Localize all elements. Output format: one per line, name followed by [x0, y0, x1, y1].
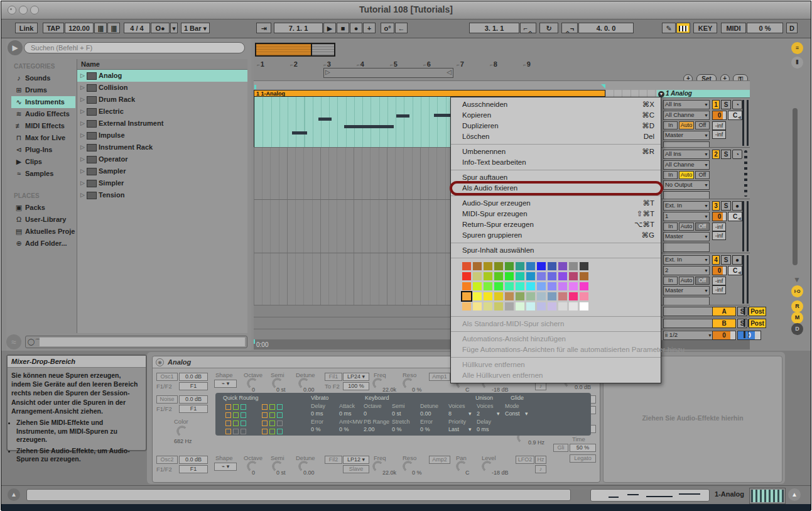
- output-type-select[interactable]: No Output: [663, 180, 710, 190]
- overview-toggle-icon[interactable]: ⫴: [791, 57, 803, 69]
- color-swatch[interactable]: [484, 282, 492, 290]
- color-swatch[interactable]: [548, 262, 556, 270]
- places-item-add-folder-[interactable]: ⊕Add Folder...: [11, 238, 75, 250]
- color-swatch[interactable]: [548, 292, 556, 300]
- menu-item[interactable]: Spuren gruppieren⌘G: [451, 230, 661, 241]
- sidebar-item-audio-effects[interactable]: ≋Audio Effects: [11, 108, 75, 120]
- browser-item[interactable]: ▷Instrument Rack: [77, 141, 247, 153]
- param-value[interactable]: 2.00: [364, 426, 375, 432]
- gli-toggle[interactable]: Gli: [553, 444, 568, 452]
- scroll-up-icon[interactable]: ▲: [788, 488, 801, 501]
- input-type-select[interactable]: Ext. In: [663, 201, 710, 211]
- osc1-toggle[interactable]: Osc1: [156, 373, 178, 381]
- color-swatch[interactable]: [505, 272, 514, 280]
- automation-arm-button[interactable]: o°: [381, 23, 394, 33]
- color-swatch[interactable]: [548, 302, 556, 310]
- send-level[interactable]: -inf: [712, 121, 726, 130]
- follow-button[interactable]: ⇥: [256, 23, 271, 33]
- metronome-button[interactable]: O●: [151, 23, 170, 33]
- color-swatch[interactable]: [569, 292, 578, 300]
- expand-triangle-icon[interactable]: ▷: [80, 129, 85, 141]
- param-value[interactable]: 0 %: [420, 426, 430, 432]
- search-input[interactable]: [24, 42, 245, 53]
- color-swatch[interactable]: [558, 292, 567, 300]
- color-swatch[interactable]: [462, 292, 471, 300]
- monitor-auto-button[interactable]: Auto: [679, 121, 693, 129]
- menu-item[interactable]: Umbenennen⌘R: [451, 146, 661, 157]
- solo-button[interactable]: S: [721, 201, 731, 211]
- fil2-toggle[interactable]: Fil2: [325, 456, 342, 464]
- param-value[interactable]: 0.00: [420, 410, 431, 417]
- color-swatch[interactable]: [494, 292, 503, 300]
- places-item-packs[interactable]: ▣Packs: [11, 202, 75, 214]
- lfo2-toggle[interactable]: LFO2: [516, 456, 534, 464]
- track-number-badge[interactable]: 4: [712, 255, 720, 265]
- param-value[interactable]: 0 %: [339, 426, 349, 432]
- routing-diagram[interactable]: [225, 420, 248, 426]
- color-swatch[interactable]: [462, 272, 471, 280]
- param-value[interactable]: Const: [505, 410, 520, 417]
- fil1-type-select[interactable]: LP24 ▾: [343, 373, 369, 381]
- send-level[interactable]: -inf: [712, 130, 726, 139]
- monitor-auto-button[interactable]: Auto: [679, 171, 693, 179]
- lfo2-hz-button[interactable]: Hz: [535, 456, 546, 464]
- returns-section-toggle[interactable]: R: [791, 300, 803, 312]
- hot-swap-icon[interactable]: ≈: [6, 334, 21, 349]
- master-volume-slider[interactable]: 0: [712, 331, 736, 340]
- track-meter-icon[interactable]: ◔: [732, 100, 742, 109]
- color-swatch[interactable]: [505, 292, 514, 300]
- mixer-section-toggle[interactable]: M: [791, 312, 803, 324]
- monitor-auto-button[interactable]: Auto: [679, 223, 693, 231]
- arrangement-position-field[interactable]: 7. 1. 1: [274, 23, 323, 33]
- input-channel-select[interactable]: All Channe: [663, 160, 710, 170]
- routing-diagram[interactable]: [225, 428, 248, 434]
- color-swatch[interactable]: [516, 292, 524, 300]
- return-track-header[interactable]: ASPost: [657, 305, 750, 317]
- delay-section-toggle[interactable]: D: [791, 323, 803, 335]
- browser-item[interactable]: ▷Drum Rack: [77, 94, 247, 106]
- param-value[interactable]: 0 ms: [339, 410, 352, 417]
- noise-toggle[interactable]: Noise: [156, 395, 178, 404]
- vertical-scrollbar[interactable]: [793, 108, 798, 265]
- param-value[interactable]: 8: [448, 410, 452, 417]
- input-type-select[interactable]: Ext. In: [663, 255, 710, 265]
- sidebar-item-instruments[interactable]: ∿Instruments: [11, 96, 75, 108]
- fil2-type-select[interactable]: LP12 ▾: [343, 456, 369, 464]
- color-swatch[interactable]: [580, 272, 588, 280]
- arm-record-button[interactable]: ●: [732, 255, 742, 265]
- color-swatch[interactable]: [569, 282, 578, 290]
- browser-play-icon[interactable]: ▶: [8, 40, 23, 55]
- color-swatch[interactable]: [484, 272, 492, 280]
- menu-item[interactable]: MIDI-Spur erzeugen⇧⌘T: [451, 209, 661, 219]
- monitor-off-button[interactable]: Off: [695, 121, 710, 129]
- solo-button[interactable]: S: [721, 255, 731, 265]
- loop-brace[interactable]: ▷◁: [323, 68, 453, 78]
- color-swatch[interactable]: [516, 282, 524, 290]
- color-swatch[interactable]: [505, 282, 514, 290]
- param-value[interactable]: Last: [448, 426, 459, 432]
- color-swatch[interactable]: [484, 262, 492, 270]
- color-swatch[interactable]: [462, 282, 471, 290]
- osc2-route[interactable]: F1: [179, 465, 208, 473]
- color-swatch[interactable]: [526, 282, 535, 290]
- routing-diagram[interactable]: [225, 412, 248, 418]
- routing-diagram[interactable]: [262, 420, 284, 426]
- sidebar-item-plug-ins[interactable]: ⊲Plug-Ins: [11, 144, 75, 156]
- monitor-off-button[interactable]: Off: [695, 277, 710, 285]
- browser-item[interactable]: ▷Operator: [77, 153, 247, 165]
- send-level[interactable]: -inf: [712, 231, 726, 240]
- loop-switch[interactable]: ↻: [539, 23, 558, 33]
- browser-item[interactable]: ▷Analog: [77, 70, 247, 82]
- track-volume-slider[interactable]: 0: [712, 111, 727, 120]
- track-number-badge[interactable]: 1: [712, 100, 720, 109]
- stop-button[interactable]: ■: [337, 23, 349, 33]
- color-swatch[interactable]: [473, 292, 482, 300]
- track-pan-slider[interactable]: C◀: [728, 212, 742, 221]
- menu-item[interactable]: Kopieren⌘C: [451, 110, 661, 121]
- track-header[interactable]: All InsAll ChanneInAutoOffMaster1S◔0C◀-i…: [657, 97, 750, 148]
- monitor-in-button[interactable]: In: [663, 121, 678, 129]
- color-swatch[interactable]: [580, 302, 588, 310]
- overdub-button[interactable]: +: [363, 23, 376, 33]
- list-header-name[interactable]: Name: [77, 59, 247, 70]
- play-button[interactable]: ▶: [323, 23, 336, 33]
